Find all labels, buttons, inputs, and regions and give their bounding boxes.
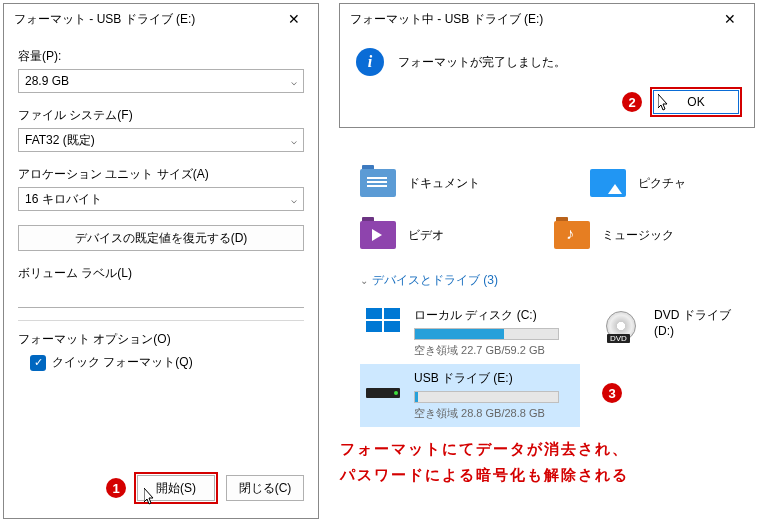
filesystem-dropdown[interactable]: FAT32 (既定) ⌵: [18, 128, 304, 152]
chevron-down-icon: ⌵: [291, 76, 297, 87]
quick-format-label: クイック フォーマット(Q): [52, 354, 193, 371]
confirm-dialog-title: フォーマット中 - USB ドライブ (E:): [350, 11, 712, 28]
capacity-dropdown[interactable]: 28.9 GB ⌵: [18, 69, 304, 93]
annotation-badge-1: 1: [106, 478, 126, 498]
documents-icon: [360, 168, 396, 198]
filesystem-label: ファイル システム(F): [18, 107, 304, 124]
folder-pictures[interactable]: ピクチャ: [590, 168, 686, 198]
divider: [18, 320, 304, 321]
quick-format-checkbox[interactable]: ✓: [30, 355, 46, 371]
explorer-area: ドキュメント ピクチャ ビデオ ミュージック ⌄ デバイスとドライブ (3): [360, 168, 750, 427]
format-dialog-titlebar: フォーマット - USB ドライブ (E:) ✕: [4, 4, 318, 34]
drive-usage-bar: [414, 328, 559, 340]
filesystem-value: FAT32 (既定): [25, 132, 95, 149]
dvd-drive-icon: DVD: [606, 307, 642, 341]
chevron-down-icon: ⌵: [291, 135, 297, 146]
start-button[interactable]: 開始(S): [137, 475, 215, 501]
volume-label-input[interactable]: [18, 286, 304, 308]
allocation-dropdown[interactable]: 16 キロバイト ⌵: [18, 187, 304, 211]
confirm-dialog: フォーマット中 - USB ドライブ (E:) ✕ i フォーマットが完了しまし…: [339, 3, 755, 128]
drive-dvd-d[interactable]: DVD DVD ドライブ (D:): [600, 301, 750, 427]
restore-defaults-button[interactable]: デバイスの既定値を復元する(D): [18, 225, 304, 251]
pictures-icon: [590, 168, 626, 198]
format-options-label: フォーマット オプション(O): [18, 331, 304, 348]
annotation-badge-3: 3: [602, 383, 622, 403]
confirm-dialog-titlebar: フォーマット中 - USB ドライブ (E:) ✕: [340, 4, 754, 34]
confirm-message: フォーマットが完了しました。: [398, 54, 566, 71]
close-icon[interactable]: ✕: [712, 7, 748, 31]
annotation-badge-2: 2: [622, 92, 642, 112]
chevron-down-icon: ⌄: [360, 275, 368, 286]
format-dialog: フォーマット - USB ドライブ (E:) ✕ 容量(P): 28.9 GB …: [3, 3, 319, 519]
annotation-highlight-start: 開始(S): [134, 472, 218, 504]
allocation-value: 16 キロバイト: [25, 191, 102, 208]
folder-documents[interactable]: ドキュメント: [360, 168, 480, 198]
capacity-label: 容量(P):: [18, 48, 304, 65]
cursor-icon: [144, 488, 158, 506]
folder-videos[interactable]: ビデオ: [360, 220, 444, 250]
annotation-text: フォーマットにてデータが消去され、 パスワードによる暗号化も解除される: [340, 436, 629, 487]
local-disk-icon: [366, 307, 402, 335]
chevron-down-icon: ⌵: [291, 194, 297, 205]
volume-label-label: ボリューム ラベル(L): [18, 265, 304, 282]
folder-music[interactable]: ミュージック: [554, 220, 674, 250]
capacity-value: 28.9 GB: [25, 74, 69, 88]
ok-button[interactable]: OK: [653, 90, 739, 114]
drive-local-c[interactable]: ローカル ディスク (C:) 空き領域 22.7 GB/59.2 GB: [360, 301, 580, 364]
close-icon[interactable]: ✕: [276, 7, 312, 31]
devices-section-header[interactable]: ⌄ デバイスとドライブ (3): [360, 272, 750, 289]
videos-icon: [360, 220, 396, 250]
annotation-highlight-ok: OK: [650, 87, 742, 117]
usb-drive-icon: [366, 370, 402, 398]
cursor-icon: [658, 94, 672, 115]
drive-usb-e[interactable]: USB ドライブ (E:) 空き領域 28.8 GB/28.8 GB: [360, 364, 580, 427]
drive-usage-bar: [414, 391, 559, 403]
music-icon: [554, 220, 590, 250]
format-dialog-title: フォーマット - USB ドライブ (E:): [14, 11, 276, 28]
allocation-label: アロケーション ユニット サイズ(A): [18, 166, 304, 183]
info-icon: i: [356, 48, 384, 76]
close-button[interactable]: 閉じる(C): [226, 475, 304, 501]
